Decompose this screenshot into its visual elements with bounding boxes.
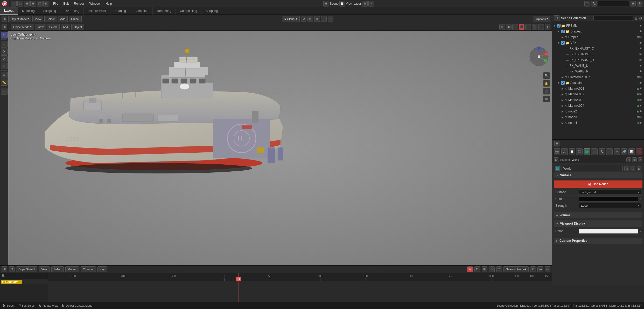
timeline-view-btn[interactable]: View (39, 266, 50, 272)
tool-scale[interactable]: ⤢ (1, 55, 8, 62)
grid-icon[interactable]: ⊞ (543, 96, 550, 102)
viewport-3d[interactable]: H D650 (8, 31, 552, 265)
strength-value[interactable]: 1.000 ● (579, 203, 641, 208)
tab-compositing[interactable]: Compositing (176, 7, 202, 15)
nearest-frame-btn[interactable]: Nearest Frame▾ (503, 266, 529, 272)
timeline-warning-icon[interactable]: ⚠ (489, 266, 495, 272)
viewport-object-btn[interactable]: Object (71, 24, 84, 30)
mirror-x-btn[interactable]: ⬚ (321, 16, 327, 22)
fremm-eye-icon[interactable]: 👁 (639, 24, 643, 28)
props-world-icon[interactable]: 🌐 (584, 148, 590, 155)
props-obj-icon[interactable]: ⬛ (591, 148, 598, 155)
timeline-editor-type[interactable]: ⊞ (2, 266, 7, 272)
props-particles-icon[interactable]: · (606, 148, 613, 155)
props-nav-close-icon[interactable]: ✕ (638, 157, 642, 162)
props-nav-copy-icon[interactable]: ⊞ (632, 157, 637, 162)
close-icon[interactable]: ✕ (368, 1, 374, 6)
tree-item-fx-wake-r[interactable]: — FX_WAKE_R 👁 (552, 69, 644, 74)
shading-material-btn[interactable]: ⬚ (525, 24, 531, 30)
timeline-channel-btn[interactable]: Channel (81, 266, 96, 272)
view-layer-icon[interactable]: 📋 (339, 1, 345, 6)
node3-eye[interactable]: 👁 (639, 115, 643, 119)
drapeau-col-eye[interactable]: 👁 (639, 30, 643, 33)
fx-exhaust-r-eye[interactable]: 👁 (639, 58, 643, 62)
tree-item-marina-003[interactable]: ▶ ▽ MarinA.003 ⊞ 👁 (552, 97, 644, 103)
proportional-edit-btn[interactable]: ◎ (307, 16, 313, 22)
tree-item-marina-002[interactable]: ▶ ▽ MarinA.002 ⊞ 👁 (552, 91, 644, 97)
tree-item-aquitaine[interactable]: ▼ 📁 Aquitaine 👁 (552, 80, 644, 86)
summary-bar[interactable]: ▶ Summary (1, 280, 22, 284)
props-constraints-icon[interactable]: 🔗 (621, 148, 627, 155)
pan-icon[interactable]: ✋ (543, 80, 550, 87)
menu-edit[interactable]: Edit (61, 0, 71, 7)
shading-solid-btn[interactable]: ⬛ (519, 24, 524, 30)
shading-rendered-btn[interactable]: ⬛ (532, 24, 537, 30)
view-menu[interactable]: View (32, 16, 43, 22)
tool-cursor[interactable]: ↖ (1, 32, 8, 38)
object-menu[interactable]: Object (69, 16, 82, 22)
world-new-icon[interactable]: ◻ (631, 166, 635, 171)
timeline-play-forward[interactable]: ⏭ (545, 266, 550, 272)
tool-icon-circle[interactable]: ◯ (37, 1, 43, 6)
dope-sheet-selector[interactable]: Dope Sheet▾ (16, 266, 37, 272)
tool-measure[interactable]: 📏 (1, 79, 8, 86)
timeline-extra-icon[interactable]: ⊟ (496, 266, 502, 272)
props-nav-new-icon[interactable]: ◻ (626, 157, 631, 162)
tab-sculpting[interactable]: Sculpting (39, 7, 60, 15)
add-workspace-button[interactable]: + (222, 7, 230, 15)
tab-texture-paint[interactable]: Texture Paint (84, 7, 110, 15)
tree-item-vfx[interactable]: ▼ 📁 VFX 👁 (552, 40, 644, 46)
add-menu[interactable]: Add (58, 16, 68, 22)
props-nav-icon[interactable]: ⊞ (554, 157, 558, 162)
tool-icon-extra[interactable]: ⊡ (43, 1, 49, 6)
marina-003-eye[interactable]: 👁 (639, 98, 643, 102)
world-name-input[interactable] (562, 166, 623, 171)
tree-item-drapeau-col[interactable]: ▼ 📁 Drapeau 👁 (552, 29, 644, 34)
surface-type-value[interactable]: Background ● (579, 190, 641, 195)
fx-exhaust-l-eye[interactable]: 👁 (639, 52, 643, 56)
viewport-gizmo-icon[interactable]: ⊕ (499, 24, 505, 30)
timeline-menu-icon[interactable]: ⊟ (9, 266, 15, 272)
top-settings-icon[interactable]: ⚙ (637, 1, 642, 6)
navigation-gizmo[interactable]: X Y Z (529, 46, 549, 67)
zoom-in-icon[interactable]: 🔍 (543, 72, 550, 79)
tool-move[interactable]: ✛ (1, 41, 8, 48)
top-filter-icon[interactable]: ⊟ (630, 1, 636, 6)
tab-animation[interactable]: Animation (130, 7, 153, 15)
snap-btn[interactable]: ⊕ (301, 16, 306, 22)
vfx-eye[interactable]: 👁 (639, 41, 643, 45)
tree-item-node2[interactable]: ▶ ▽ node2 ⊞ 👁 (552, 109, 644, 114)
top-search-input[interactable] (598, 1, 629, 6)
scene-props-icon[interactable]: 🔧 (591, 1, 597, 6)
full-screen-icon[interactable]: ⊠ (362, 1, 368, 6)
props-material-icon[interactable]: ⬛ (636, 148, 642, 155)
tab-shading[interactable]: Shading (110, 7, 130, 15)
outliner-search-input[interactable] (593, 16, 633, 21)
props-render-icon[interactable]: 📷 (554, 148, 560, 155)
tree-item-fx-exhaust-l[interactable]: — FX_EXHAUST_L 👁 (552, 51, 644, 57)
tool-icon-cursor[interactable]: ↖ (11, 1, 17, 6)
tool-icon-box[interactable]: ⊞ (24, 1, 30, 6)
menu-window[interactable]: Window (87, 0, 103, 7)
tree-item-fx-exhaust-c[interactable]: — FX_EXHAUST_C 👁 (552, 46, 644, 51)
tree-item-fx-exhaust-r[interactable]: — FX_EXHAUST_R 👁 (552, 57, 644, 63)
props-modifiers-icon[interactable]: 🔧 (599, 148, 605, 155)
menu-file[interactable]: File (51, 0, 61, 7)
surface-section-header[interactable]: ▼ Surface (554, 172, 642, 178)
fx-wake-l-eye[interactable]: 👁 (639, 64, 643, 68)
color-swatch[interactable] (579, 196, 638, 201)
tool-add-cube[interactable]: ⬛ (1, 88, 8, 95)
node2-eye[interactable]: 👁 (639, 110, 643, 113)
custom-props-header[interactable]: ▶ Custom Properties (554, 238, 642, 244)
timeline-keyframes[interactable] (48, 281, 552, 302)
viewport-editor-type[interactable]: ⊞ (2, 24, 7, 30)
marina-002-eye[interactable]: 👁 (639, 92, 643, 96)
marina-004-eye[interactable]: 👁 (639, 104, 643, 108)
menu-render[interactable]: Render (71, 0, 87, 7)
timeline-marker-btn[interactable]: Marker (65, 266, 79, 272)
outliner-filter-icon[interactable]: ⊟ (634, 16, 638, 20)
timeline-filter-icon[interactable]: ⊟ (474, 266, 480, 272)
fx-exhaust-c-eye[interactable]: 👁 (639, 47, 643, 51)
viewport-mode-btn[interactable]: Object Mode▾ (11, 24, 34, 30)
tool-icon-select[interactable]: ⬚ (17, 1, 23, 6)
